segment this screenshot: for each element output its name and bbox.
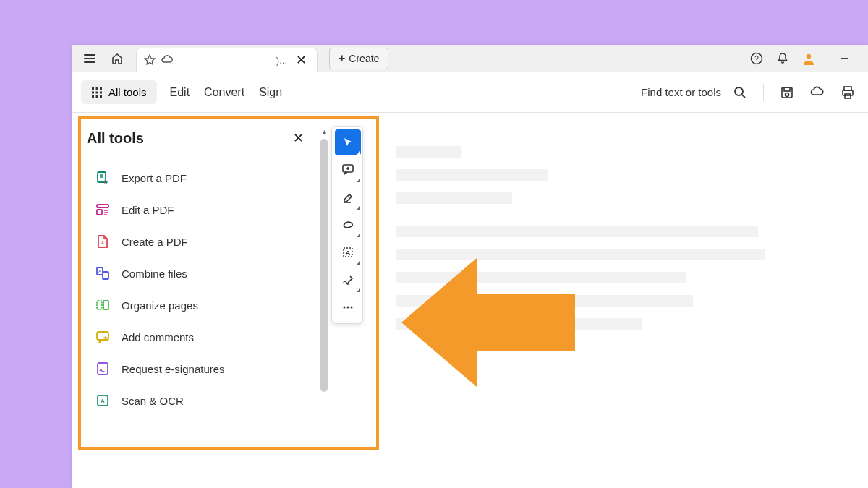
svg-point-2	[807, 53, 811, 58]
tool-combine-files[interactable]: A Combine files	[87, 257, 310, 289]
toolbar: All tools Edit Convert Sign Find text or…	[72, 72, 868, 113]
text-select-tool-icon[interactable]: A	[335, 239, 361, 265]
cloud-icon	[161, 54, 173, 66]
svg-text:A: A	[101, 241, 105, 245]
signature-icon	[95, 361, 110, 376]
grid-icon	[91, 87, 103, 98]
tool-organize-pages[interactable]: Organize pages	[87, 289, 310, 321]
create-label: Create	[349, 53, 379, 64]
svg-rect-18	[845, 94, 851, 98]
svg-rect-8	[100, 91, 102, 93]
tool-label: Scan & OCR	[122, 395, 184, 407]
scroll-up-icon[interactable]: ▴	[318, 126, 330, 136]
svg-point-36	[347, 307, 349, 309]
svg-text:A: A	[101, 398, 105, 404]
draw-tool-icon[interactable]	[335, 212, 361, 238]
svg-rect-20	[97, 205, 109, 207]
tool-label: Create a PDF	[122, 236, 188, 248]
svg-rect-5	[100, 87, 102, 90]
hamburger-menu-icon[interactable]	[78, 47, 101, 70]
tool-edit-pdf[interactable]: Edit a PDF	[87, 194, 310, 226]
doc-line	[396, 226, 758, 237]
organize-pages-icon	[95, 298, 110, 312]
menu-sign[interactable]: Sign	[258, 83, 284, 102]
svg-rect-14	[784, 87, 790, 91]
edit-pdf-icon	[95, 202, 110, 217]
add-comments-icon	[95, 330, 110, 344]
minimize-icon[interactable]	[833, 47, 856, 70]
combine-files-icon: A	[95, 266, 110, 281]
tool-label: Export a PDF	[122, 172, 187, 184]
add-comment-tool-icon[interactable]	[335, 157, 361, 183]
all-tools-label: All tools	[109, 86, 147, 98]
annotation-arrow-icon	[401, 257, 575, 388]
tool-label: Request e-signatures	[122, 363, 225, 375]
bell-icon[interactable]	[771, 47, 794, 70]
titlebar: )... ✕ + Create ?	[72, 45, 868, 72]
tool-create-pdf[interactable]: A Create a PDF	[87, 226, 310, 257]
doc-line	[396, 146, 461, 158]
scroll-thumb[interactable]	[320, 139, 328, 392]
svg-text:?: ?	[754, 54, 759, 62]
svg-rect-3	[92, 87, 94, 90]
svg-rect-17	[843, 90, 853, 95]
svg-point-35	[344, 307, 346, 309]
svg-point-12	[735, 87, 743, 95]
doc-line	[396, 169, 548, 181]
svg-rect-9	[92, 95, 94, 98]
home-icon[interactable]	[106, 47, 129, 70]
close-tab-icon[interactable]: ✕	[293, 49, 310, 71]
tool-label: Add comments	[122, 331, 194, 343]
menu-convert[interactable]: Convert	[203, 83, 246, 102]
tool-label: Organize pages	[122, 299, 198, 312]
panel-scrollbar[interactable]: ▴	[318, 126, 330, 448]
close-panel-icon[interactable]: ✕	[290, 127, 307, 149]
tool-add-comments[interactable]: Add comments	[87, 321, 310, 353]
cloud-sync-icon[interactable]	[806, 81, 829, 104]
highlight-tool-icon[interactable]	[335, 184, 361, 210]
svg-rect-6	[92, 91, 94, 93]
tool-scan-ocr[interactable]: A Scan & OCR	[87, 385, 310, 416]
svg-rect-27	[103, 301, 109, 309]
search-label[interactable]: Find text or tools	[641, 86, 721, 98]
panel-title: All tools	[87, 130, 144, 147]
svg-rect-21	[97, 210, 102, 215]
more-tools-icon[interactable]	[335, 294, 361, 320]
svg-text:A: A	[98, 269, 101, 273]
tool-export-pdf[interactable]: Export a PDF	[87, 162, 310, 194]
print-icon[interactable]	[836, 81, 859, 104]
tool-request-signatures[interactable]: Request e-signatures	[87, 353, 310, 385]
create-pdf-icon: A	[95, 234, 110, 249]
create-button[interactable]: + Create	[329, 48, 388, 69]
svg-point-37	[351, 307, 353, 309]
tool-label: Edit a PDF	[122, 204, 174, 216]
svg-rect-11	[100, 95, 102, 98]
svg-rect-7	[96, 91, 98, 93]
search-icon[interactable]	[728, 81, 752, 104]
save-icon[interactable]	[775, 81, 799, 104]
plus-icon: +	[339, 52, 345, 65]
doc-line	[396, 192, 512, 204]
scan-ocr-icon: A	[95, 393, 110, 408]
svg-rect-29	[98, 363, 108, 374]
tab-title: )...	[179, 55, 287, 66]
divider	[763, 84, 764, 101]
svg-rect-4	[96, 87, 98, 90]
document-tab[interactable]: )... ✕	[136, 48, 318, 72]
quick-tool-strip: A	[331, 126, 363, 324]
svg-point-15	[786, 93, 789, 96]
content-area: All tools ✕ Export a PDF Edit a PDF A Cr…	[72, 113, 868, 488]
star-icon[interactable]	[144, 54, 156, 66]
help-icon[interactable]: ?	[745, 47, 768, 70]
selection-tool-icon[interactable]	[335, 129, 361, 155]
svg-rect-10	[96, 95, 98, 98]
menu-edit[interactable]: Edit	[169, 83, 192, 102]
all-tools-panel: All tools ✕ Export a PDF Edit a PDF A Cr…	[75, 113, 318, 488]
export-pdf-icon	[95, 171, 110, 185]
svg-rect-24	[103, 272, 109, 279]
sign-tool-icon[interactable]	[335, 267, 361, 293]
svg-text:A: A	[346, 249, 351, 257]
all-tools-button[interactable]: All tools	[81, 80, 157, 104]
profile-icon[interactable]	[797, 47, 820, 70]
svg-rect-26	[97, 301, 102, 309]
